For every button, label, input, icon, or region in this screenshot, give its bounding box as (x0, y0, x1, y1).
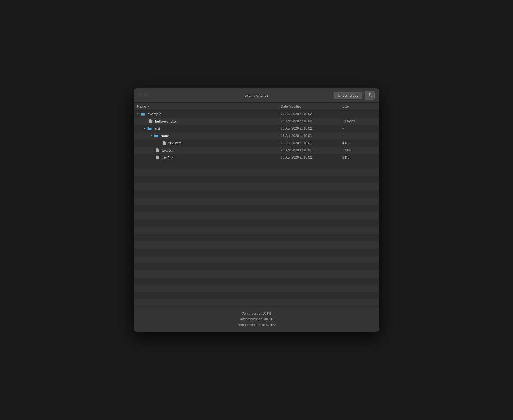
file-size: 4 KB (342, 141, 376, 145)
file-date: 23 Apr 2020 at 10:02 (281, 127, 342, 130)
disclosure-triangle[interactable]: ▾ (151, 134, 152, 137)
list-item[interactable]: text2.txt23 Apr 2020 at 10:028 KB (134, 154, 379, 161)
close-icon (139, 94, 141, 96)
file-date: 23 Apr 2020 at 10:01 (281, 141, 342, 145)
list-item[interactable]: text.txt23 Apr 2020 at 10:0112 KB (134, 147, 379, 154)
file-name-cell: ▾ text (137, 127, 281, 131)
window-title: example.tar.gz (245, 93, 269, 97)
file-size: 8 KB (342, 156, 376, 159)
file-name-cell: text2.txt (137, 155, 281, 160)
file-name-cell: text.html (137, 141, 281, 145)
share-icon (368, 93, 372, 97)
file-name-cell: text.txt (137, 148, 281, 152)
sort-arrow-icon: ▼ (147, 105, 150, 108)
close-button[interactable] (138, 93, 142, 97)
ratio-stat: Compression ratio: 67.1 % (138, 322, 375, 328)
file-name-cell: ▾ example (137, 112, 281, 116)
file-date: 23 Apr 2020 at 10:02 (281, 119, 342, 123)
file-name-cell: hello-world.txt (137, 119, 281, 123)
minimize-button[interactable] (144, 93, 148, 97)
share-button[interactable] (365, 91, 375, 100)
disclosure-triangle[interactable]: ▾ (144, 127, 145, 130)
list-item[interactable]: ▾ example23 Apr 2020 at 10:02-- (134, 111, 379, 118)
file-size: 12 KB (342, 148, 376, 152)
file-size: -- (342, 112, 376, 116)
file-list: ▾ example23 Apr 2020 at 10:02-- hello-wo… (134, 111, 379, 161)
column-name-header[interactable]: Name ▼ (137, 104, 281, 108)
empty-area (134, 161, 379, 307)
file-size: -- (342, 127, 376, 130)
list-item[interactable]: hello-world.txt23 Apr 2020 at 10:0213 by… (134, 118, 379, 125)
file-name-cell: ▾ more (137, 134, 281, 138)
folder-icon (154, 134, 158, 138)
folder-icon (141, 112, 145, 116)
footer: Compressed: 10 KB Uncompressed: 30 KB Co… (134, 307, 379, 332)
file-name-text: more (161, 134, 169, 138)
column-size-header[interactable]: Size (342, 104, 376, 108)
titlebar-actions: Uncompress (334, 91, 375, 100)
file-icon (162, 141, 166, 145)
uncompressed-stat: Uncompressed: 30 KB (138, 316, 375, 322)
column-header-row: Name ▼ Date Modified Size (134, 103, 379, 111)
compressed-stat: Compressed: 10 KB (138, 311, 375, 316)
file-icon (156, 148, 159, 152)
uncompress-button[interactable]: Uncompress (334, 92, 362, 99)
file-name-text: text (154, 127, 160, 131)
list-item[interactable]: ▾ more23 Apr 2020 at 10:01-- (134, 132, 379, 140)
file-date: 23 Apr 2020 at 10:02 (281, 112, 342, 116)
file-size: 13 bytes (342, 119, 376, 123)
window-controls (138, 93, 148, 97)
svg-point-0 (139, 94, 141, 96)
file-size: -- (342, 134, 376, 138)
file-name-text: text.txt (162, 148, 172, 152)
list-item[interactable]: ▾ text23 Apr 2020 at 10:02-- (134, 125, 379, 132)
minimize-icon (145, 94, 148, 96)
file-name-text: example (148, 112, 161, 116)
disclosure-triangle[interactable]: ▾ (137, 113, 139, 115)
file-icon (149, 119, 153, 123)
file-name-text: hello-world.txt (155, 119, 177, 123)
titlebar: example.tar.gz Uncompress (134, 88, 379, 103)
svg-point-1 (145, 94, 148, 96)
file-date: 23 Apr 2020 at 10:01 (281, 134, 342, 138)
file-date: 23 Apr 2020 at 10:02 (281, 156, 342, 159)
file-name-text: text2.txt (162, 156, 175, 160)
archive-window: example.tar.gz Uncompress Name ▼ Date Mo… (134, 88, 379, 332)
file-date: 23 Apr 2020 at 10:01 (281, 148, 342, 152)
file-icon (156, 155, 159, 160)
file-name-text: text.html (168, 141, 182, 145)
column-date-header[interactable]: Date Modified (281, 104, 342, 108)
list-item[interactable]: text.html23 Apr 2020 at 10:014 KB (134, 140, 379, 147)
folder-icon (147, 127, 152, 130)
